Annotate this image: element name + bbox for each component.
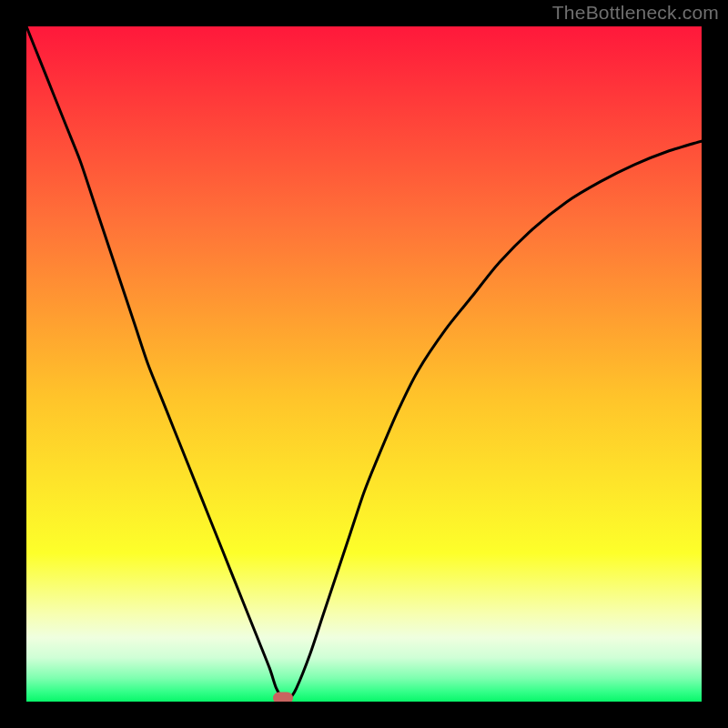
chart-frame: TheBottleneck.com [0,0,728,728]
plot-area [26,26,702,702]
watermark-text: TheBottleneck.com [552,2,719,24]
optimal-point-marker [273,693,293,702]
bottleneck-curve [26,26,702,702]
